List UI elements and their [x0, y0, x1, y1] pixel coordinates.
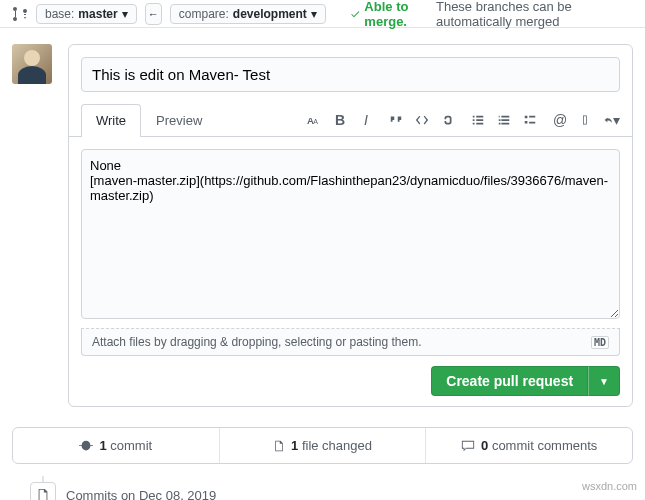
comments-label: commit comments: [492, 438, 597, 453]
chevron-down-icon: ▾: [122, 7, 128, 21]
commits-label: commit: [110, 438, 152, 453]
reply-icon[interactable]: ▾: [604, 112, 620, 128]
markdown-icon[interactable]: MD: [591, 336, 609, 349]
base-branch-select[interactable]: base: master ▾: [36, 4, 137, 24]
link-icon[interactable]: [440, 112, 456, 128]
bold-icon[interactable]: B: [332, 112, 348, 128]
compare-icon: [12, 6, 28, 22]
markdown-toolbar: AA B I @ ▾: [306, 112, 620, 128]
files-count: 1: [291, 438, 298, 453]
compare-value: development: [233, 7, 307, 21]
file-icon: [273, 439, 285, 453]
heading-icon[interactable]: AA: [306, 112, 322, 128]
merge-status: Able to merge. These branches can be aut…: [350, 0, 633, 29]
reference-icon[interactable]: [578, 112, 594, 128]
ul-icon[interactable]: [470, 112, 486, 128]
chevron-down-icon: ▾: [311, 7, 317, 21]
base-label: base:: [45, 7, 74, 21]
stats-bar: 1 commit 1 file changed 0 commit comment…: [12, 427, 633, 464]
body-textarea[interactable]: [81, 149, 620, 319]
svg-text:A: A: [313, 118, 318, 125]
comment-icon: [461, 439, 475, 453]
compare-branch-select[interactable]: compare: development ▾: [170, 4, 326, 24]
swap-button[interactable]: ←: [145, 3, 162, 25]
commit-date-label: Commits on Dec 08, 2019: [66, 488, 216, 501]
comment-box: Write Preview AA B I: [68, 44, 633, 407]
stat-commits[interactable]: 1 commit: [13, 428, 219, 463]
avatar: [12, 44, 52, 84]
timeline: Commits on Dec 08, 2019 Flashinthepan23 …: [0, 476, 645, 500]
ol-icon[interactable]: [496, 112, 512, 128]
comments-count: 0: [481, 438, 488, 453]
merge-desc-text: These branches can be automatically merg…: [436, 0, 633, 29]
tab-preview[interactable]: Preview: [141, 104, 217, 136]
tab-write[interactable]: Write: [81, 104, 141, 137]
check-icon: [350, 7, 360, 21]
create-pr-button[interactable]: Create pull request: [431, 366, 588, 396]
watermark: wsxdn.com: [582, 480, 637, 492]
tab-row: Write Preview AA B I: [69, 104, 632, 137]
create-pr-dropdown[interactable]: ▼: [588, 366, 620, 396]
quote-icon[interactable]: [388, 112, 404, 128]
commit-group-icon: [30, 482, 56, 500]
compare-bar: base: master ▾ ← compare: development ▾ …: [0, 0, 645, 28]
merge-able-text: Able to merge.: [364, 0, 432, 29]
code-icon[interactable]: [414, 112, 430, 128]
stat-files[interactable]: 1 file changed: [219, 428, 426, 463]
italic-icon[interactable]: I: [358, 112, 374, 128]
mention-icon[interactable]: @: [552, 112, 568, 128]
attach-hint: Attach files by dragging & dropping, sel…: [92, 335, 422, 349]
attach-bar[interactable]: Attach files by dragging & dropping, sel…: [81, 328, 620, 356]
commit-date-header: Commits on Dec 08, 2019: [12, 476, 633, 500]
stat-comments[interactable]: 0 commit comments: [425, 428, 632, 463]
title-input[interactable]: [81, 57, 620, 92]
commits-count: 1: [99, 438, 106, 453]
files-label: file changed: [302, 438, 372, 453]
task-icon[interactable]: [522, 112, 538, 128]
compare-label: compare:: [179, 7, 229, 21]
commit-icon: [79, 439, 93, 453]
base-value: master: [78, 7, 117, 21]
